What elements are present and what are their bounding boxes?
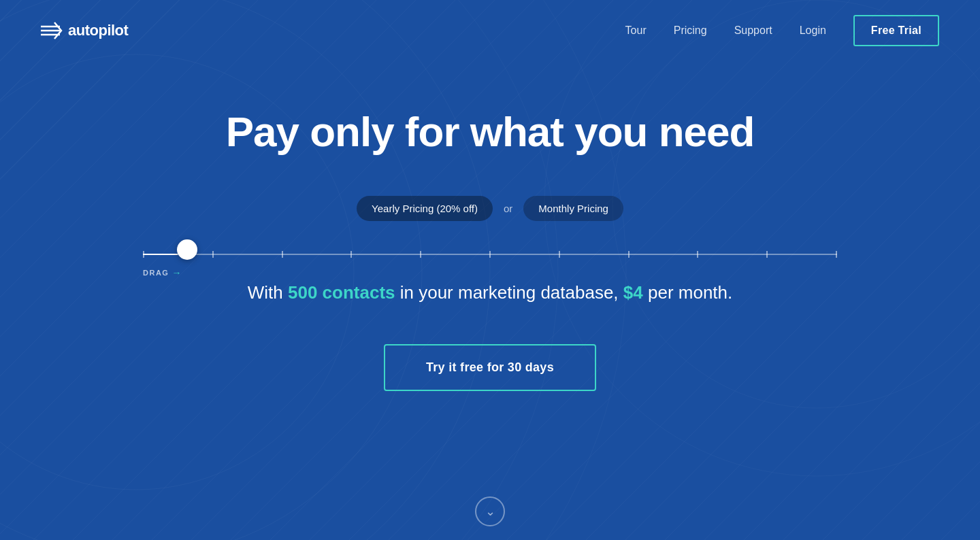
pricing-toggle: Yearly Pricing (20% off) or Monthly Pric… — [357, 196, 623, 221]
free-trial-button[interactable]: Free Trial — [853, 15, 939, 46]
pricing-description: With 500 contacts in your marketing data… — [248, 282, 733, 303]
logo-label: autopilot — [68, 22, 128, 39]
yearly-pricing-toggle[interactable]: Yearly Pricing (20% off) — [357, 196, 493, 221]
drag-arrow-icon: → — [172, 267, 182, 278]
logo-icon — [41, 22, 63, 39]
slider-track — [143, 254, 837, 255]
nav-tour[interactable]: Tour — [625, 24, 647, 37]
main-content: Pay only for what you need Yearly Pricin… — [0, 61, 980, 432]
logo[interactable]: autopilot — [41, 22, 128, 39]
nav-links: Tour Pricing Support Login Free Trial — [625, 15, 939, 46]
drag-label: DRAG → — [143, 267, 182, 278]
nav-pricing[interactable]: Pricing — [674, 24, 707, 37]
pricing-slider-container: DRAG → — [143, 254, 837, 255]
toggle-or-label: or — [504, 203, 512, 214]
chevron-down-icon: ⌄ — [485, 505, 495, 518]
contacts-value: 500 contacts — [288, 282, 395, 303]
nav-support[interactable]: Support — [734, 24, 772, 37]
hero-headline: Pay only for what you need — [226, 109, 755, 155]
pricing-slider-input[interactable] — [143, 254, 837, 255]
navigation: autopilot Tour Pricing Support Login Fre… — [0, 0, 980, 61]
pricing-prefix: With — [248, 282, 288, 303]
pricing-middle: in your marketing database, — [395, 282, 623, 303]
monthly-pricing-toggle[interactable]: Monthly Pricing — [523, 196, 623, 221]
price-value: $4 — [623, 282, 643, 303]
pricing-suffix: per month. — [643, 282, 733, 303]
nav-login[interactable]: Login — [800, 24, 826, 37]
cta-button[interactable]: Try it free for 30 days — [384, 344, 596, 391]
scroll-down-indicator[interactable]: ⌄ — [475, 496, 505, 526]
drag-text: DRAG — [143, 269, 169, 277]
